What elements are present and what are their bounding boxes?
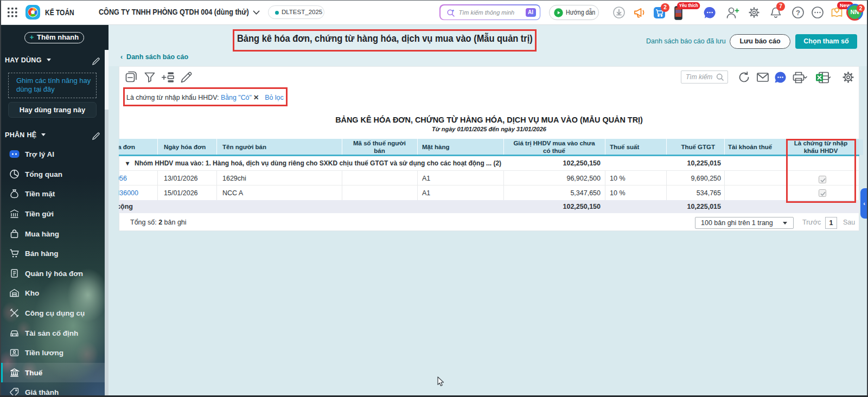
svg-text:?: ? [796, 9, 800, 17]
